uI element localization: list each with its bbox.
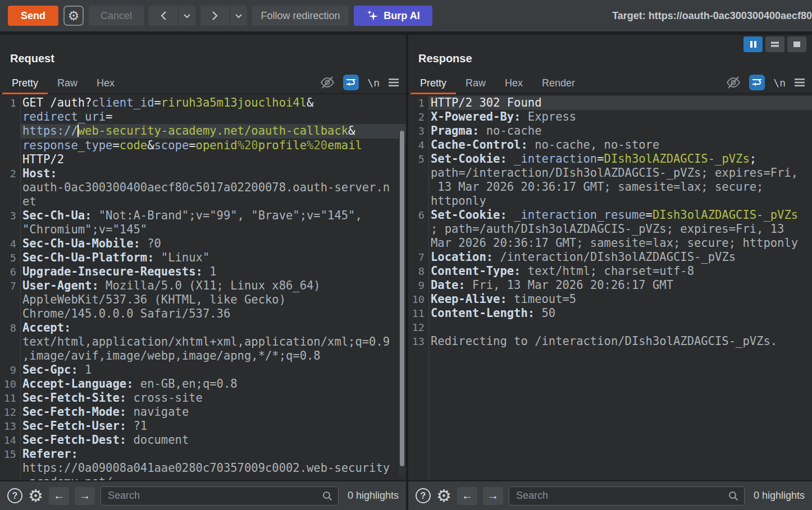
code-line[interactable]: 5Set-Cookie: _interaction=DIsh3olAZDAGCI… bbox=[408, 152, 812, 166]
editor-menu-icon[interactable] bbox=[794, 78, 805, 87]
code-line[interactable]: 13Sec-Fetch-User: ?1 bbox=[0, 419, 406, 433]
horizontal-split-icon[interactable] bbox=[765, 36, 784, 52]
code-line[interactable]: 5Sec-Ch-Ua-Platform: "Linux" bbox=[0, 251, 406, 265]
code-line[interactable]: 10Accept-Language: en-GB,en;q=0.8 bbox=[0, 377, 406, 391]
word-wrap-icon[interactable] bbox=[749, 75, 765, 90]
code-line[interactable]: text/html,application/xhtml+xml,applicat… bbox=[0, 335, 406, 349]
send-button[interactable]: Send bbox=[8, 6, 58, 26]
code-line[interactable]: oauth-0ac300300400aecf80c5017a02200078.o… bbox=[0, 181, 406, 195]
response-panel-header: Response Pretty Raw Hex Render bbox=[408, 35, 812, 94]
code-line[interactable]: 6Upgrade-Insecure-Requests: 1 bbox=[0, 265, 406, 279]
search-previous-button[interactable]: ← bbox=[49, 487, 69, 505]
code-line[interactable]: ,image/avif,image/webp,image/apng,*/*;q=… bbox=[0, 349, 406, 363]
code-line[interactable]: redirect_uri= bbox=[0, 110, 406, 124]
code-line[interactable]: 13 Mar 2026 20:36:17 GMT; samesite=lax; … bbox=[408, 180, 812, 194]
code-line[interactable]: 9Sec-Gpc: 1 bbox=[0, 363, 406, 377]
code-line[interactable]: 9Date: Fri, 13 Mar 2026 20:26:17 GMT bbox=[408, 278, 812, 292]
code-line[interactable]: HTTP/2 bbox=[0, 153, 406, 167]
hide-nonprintable-icon[interactable] bbox=[726, 75, 741, 90]
code-line[interactable]: 3Sec-Ch-Ua: "Not:A-Brand";v="99", "Brave… bbox=[0, 209, 406, 223]
code-line[interactable]: 12 bbox=[408, 320, 812, 334]
editor-menu-icon[interactable] bbox=[388, 78, 399, 87]
code-line[interactable]: 10Keep-Alive: timeout=5 bbox=[408, 292, 812, 306]
previous-request-dropdown[interactable] bbox=[178, 6, 195, 26]
code-line[interactable]: 7Location: /interaction/DIsh3olAZDAGCIS-… bbox=[408, 250, 812, 264]
code-line[interactable]: -academy.net/ bbox=[0, 475, 406, 481]
code-line[interactable]: Mar 2026 20:36:17 GMT; samesite=lax; sec… bbox=[408, 236, 812, 250]
code-line[interactable]: 1HTTP/2 302 Found bbox=[408, 96, 812, 110]
code-line[interactable]: 8Content-Type: text/html; charset=utf-8 bbox=[408, 264, 812, 278]
code-line[interactable]: 2Host: bbox=[0, 167, 406, 181]
code-line[interactable]: 4Cache-Control: no-cache, no-store bbox=[408, 138, 812, 152]
request-editor[interactable]: 1GET /auth?client_id=riruh3a5m13jouclhoi… bbox=[0, 94, 406, 480]
tab-response-raw[interactable]: Raw bbox=[456, 73, 495, 93]
code-line[interactable]: 13Redirecting to /interaction/DIsh3olAZD… bbox=[408, 334, 812, 348]
search-next-button[interactable]: → bbox=[483, 487, 503, 505]
line-number: 3 bbox=[408, 124, 428, 138]
follow-redirection-button[interactable]: Follow redirection bbox=[252, 6, 349, 26]
line-number: 10 bbox=[0, 377, 20, 391]
line-number bbox=[0, 223, 20, 237]
previous-request-button[interactable] bbox=[149, 6, 178, 26]
code-line[interactable]: 7User-Agent: Mozilla/5.0 (X11; Linux x86… bbox=[0, 279, 406, 293]
help-icon[interactable]: ? bbox=[7, 488, 22, 503]
code-line[interactable]: 12Sec-Fetch-Mode: navigate bbox=[0, 405, 406, 419]
code-line[interactable]: 3Pragma: no-cache bbox=[408, 124, 812, 138]
code-line[interactable]: 6Set-Cookie: _interaction_resume=DIsh3ol… bbox=[408, 208, 812, 222]
next-request-group bbox=[200, 6, 247, 26]
line-number bbox=[0, 110, 20, 124]
show-newlines-icon[interactable]: \n bbox=[773, 77, 786, 89]
code-line[interactable]: https://0a09008a041aae0280c70357009c0002… bbox=[0, 461, 406, 475]
code-line[interactable]: response_type=code&scope=openid%20profil… bbox=[0, 139, 406, 153]
line-number: 11 bbox=[408, 306, 428, 320]
code-line[interactable]: 11Content-Length: 50 bbox=[408, 306, 812, 320]
search-next-button[interactable]: → bbox=[75, 487, 95, 505]
next-request-dropdown[interactable] bbox=[230, 6, 247, 26]
line-number bbox=[0, 124, 20, 139]
request-search-input[interactable] bbox=[101, 486, 339, 506]
code-line[interactable]: ; path=/auth/DIsh3olAZDAGCIS-_pVZs; expi… bbox=[408, 222, 812, 236]
pause-layout-icon[interactable] bbox=[743, 36, 763, 52]
maximize-icon[interactable] bbox=[787, 36, 806, 52]
send-settings-gear-icon[interactable]: ⚙ bbox=[63, 6, 84, 26]
burp-ai-button[interactable]: Burp AI bbox=[354, 6, 432, 26]
code-line[interactable]: AppleWebKit/537.36 (KHTML, like Gecko) bbox=[0, 293, 406, 307]
request-scrollbar-thumb[interactable] bbox=[400, 131, 404, 466]
help-icon[interactable]: ? bbox=[416, 488, 431, 503]
request-view-icons: \n bbox=[320, 75, 399, 90]
hide-nonprintable-icon[interactable] bbox=[320, 75, 335, 90]
code-line[interactable]: et bbox=[0, 195, 406, 209]
search-settings-gear-icon[interactable]: ⚙ bbox=[436, 488, 451, 504]
code-line[interactable]: 4Sec-Ch-Ua-Mobile: ?0 bbox=[0, 237, 406, 251]
search-settings-gear-icon[interactable]: ⚙ bbox=[28, 488, 43, 504]
tab-request-hex[interactable]: Hex bbox=[87, 73, 124, 93]
tab-request-pretty[interactable]: Pretty bbox=[2, 73, 48, 93]
code-line[interactable]: Chrome/145.0.0.0 Safari/537.36 bbox=[0, 307, 406, 321]
search-previous-button[interactable]: ← bbox=[457, 487, 477, 505]
request-scrollbar[interactable] bbox=[399, 131, 405, 477]
search-icon bbox=[728, 490, 739, 502]
code-line[interactable]: 14Sec-Fetch-Dest: document bbox=[0, 433, 406, 447]
word-wrap-icon[interactable] bbox=[343, 75, 359, 90]
code-line[interactable]: 11Sec-Fetch-Site: cross-site bbox=[0, 391, 406, 405]
response-search-input[interactable] bbox=[509, 486, 745, 506]
code-line[interactable]: 15Referer: bbox=[0, 447, 406, 461]
tab-response-render[interactable]: Render bbox=[532, 73, 585, 93]
code-line[interactable]: https://web-security-academy.net/oauth-c… bbox=[0, 124, 406, 139]
line-number bbox=[0, 475, 20, 481]
tab-response-pretty[interactable]: Pretty bbox=[410, 73, 456, 93]
line-number bbox=[0, 181, 20, 195]
show-newlines-icon[interactable]: \n bbox=[367, 77, 380, 89]
tab-response-hex[interactable]: Hex bbox=[495, 73, 532, 93]
response-editor[interactable]: 1HTTP/2 302 Found2X-Powered-By: Express3… bbox=[408, 94, 812, 480]
tab-request-raw[interactable]: Raw bbox=[48, 73, 87, 93]
code-line[interactable]: path=/interaction/DIsh3olAZDAGCIS-_pVZs;… bbox=[408, 166, 812, 180]
code-line[interactable]: 8Accept: bbox=[0, 321, 406, 335]
code-line[interactable]: "Chromium";v="145" bbox=[0, 223, 406, 237]
cancel-button[interactable]: Cancel bbox=[89, 6, 144, 26]
next-request-button[interactable] bbox=[200, 6, 230, 26]
line-number: 13 bbox=[0, 419, 20, 433]
code-line[interactable]: 1GET /auth?client_id=riruh3a5m13jouclhoi… bbox=[0, 96, 406, 110]
code-line[interactable]: httponly bbox=[408, 194, 812, 208]
code-line[interactable]: 2X-Powered-By: Express bbox=[408, 110, 812, 124]
